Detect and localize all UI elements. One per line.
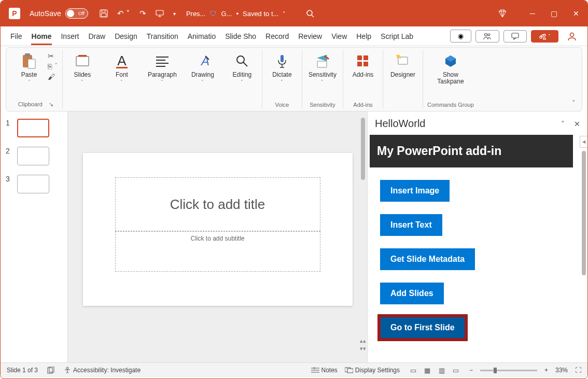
zoom-percentage[interactable]: 33% bbox=[555, 367, 568, 374]
search-icon[interactable] bbox=[306, 9, 314, 18]
group-voice: Dictate ˅ Voice bbox=[262, 50, 302, 109]
autosave[interactable]: AutoSave Off bbox=[30, 8, 88, 19]
accessibility-status[interactable]: Accessibility: Investigate bbox=[64, 367, 141, 374]
tab-transitions[interactable]: Transition bbox=[142, 28, 183, 45]
designer-button[interactable]: Designer bbox=[387, 51, 418, 79]
addin-scrollbar[interactable] bbox=[580, 135, 587, 362]
zoom-in-icon[interactable]: + bbox=[544, 367, 548, 374]
minimize-button[interactable]: ─ bbox=[530, 9, 535, 18]
prev-slide-icon[interactable]: ▴▴ bbox=[360, 338, 366, 344]
editing-button[interactable]: Editing ˅ bbox=[227, 51, 258, 86]
add-slides-button[interactable]: Add Slides bbox=[380, 283, 444, 304]
slides-button[interactable]: Slides ˅ bbox=[67, 51, 98, 86]
main-area: 1 2 3 Click to add title Click to add su… bbox=[1, 111, 587, 362]
dictate-button[interactable]: Dictate ˅ bbox=[267, 51, 298, 86]
paragraph-button[interactable]: Paragraph ˅ bbox=[146, 51, 179, 86]
zoom-out-icon[interactable]: − bbox=[469, 367, 473, 374]
ribbon-tabs: File Home Insert Draw Design Transition … bbox=[1, 26, 587, 46]
tab-help[interactable]: Help bbox=[352, 28, 376, 45]
taskpane-dropdown[interactable]: ˅ bbox=[561, 120, 565, 128]
ribbon: Paste ˅ ✂ ⎘ ˅ 🖌 Clipboard ↘ Slides ˅ A F… bbox=[6, 47, 582, 111]
sensitivity-button[interactable]: Sensitivity ˅ bbox=[306, 51, 339, 86]
go-to-first-slide-button[interactable]: Go to First Slide bbox=[380, 317, 465, 339]
tab-home[interactable]: Home bbox=[27, 28, 57, 45]
svg-rect-1 bbox=[102, 10, 105, 12]
tab-scriptlab[interactable]: Script Lab bbox=[376, 28, 418, 45]
svg-point-8 bbox=[485, 33, 487, 36]
cut-icon[interactable]: ✂ bbox=[48, 52, 58, 60]
present-icon[interactable] bbox=[156, 9, 164, 18]
qat-more[interactable]: ▾ bbox=[173, 11, 176, 17]
canvas-scrollbar[interactable] bbox=[359, 116, 367, 331]
tab-file[interactable]: File bbox=[6, 28, 27, 45]
autosave-toggle[interactable]: Off bbox=[65, 8, 88, 19]
tab-draw[interactable]: Draw bbox=[83, 28, 110, 45]
svg-rect-18 bbox=[116, 67, 128, 68]
language-icon[interactable] bbox=[47, 367, 54, 374]
tab-view[interactable]: View bbox=[327, 28, 352, 45]
filename-area: Pres... 🛡 G... • Saved to t... ˅ bbox=[186, 9, 285, 18]
ribbon-collapse[interactable]: ˅ bbox=[572, 99, 576, 107]
sorter-view-icon[interactable]: ▦ bbox=[424, 367, 430, 374]
account-icon[interactable] bbox=[567, 31, 577, 41]
shield-icon[interactable]: 🛡 bbox=[209, 9, 217, 18]
tab-slideshow[interactable]: Slide Sho bbox=[220, 28, 261, 45]
share-button[interactable]: ˅ bbox=[531, 30, 558, 43]
thumb-1[interactable]: 1 bbox=[6, 119, 62, 137]
taskpane-close[interactable]: ✕ bbox=[574, 120, 580, 128]
comments-button[interactable] bbox=[503, 30, 527, 43]
record-button[interactable]: ◉ bbox=[450, 30, 471, 43]
current-slide[interactable]: Click to add title Click to add subtitle bbox=[83, 153, 353, 306]
display-settings-button[interactable]: Display Settings bbox=[345, 367, 400, 374]
copy-icon[interactable]: ⎘ ˅ bbox=[48, 62, 58, 71]
subtitle-placeholder[interactable]: Click to add subtitle bbox=[115, 231, 320, 272]
thumb-2[interactable]: 2 bbox=[6, 147, 62, 165]
get-metadata-button[interactable]: Get Slide Metadata bbox=[380, 248, 475, 270]
slide-thumb[interactable] bbox=[17, 147, 49, 165]
thumb-3[interactable]: 3 bbox=[6, 175, 62, 193]
saved-status[interactable]: Saved to t... bbox=[243, 10, 278, 18]
svg-rect-3 bbox=[156, 10, 163, 15]
undo-icon[interactable]: ↶ ˅ bbox=[117, 9, 130, 18]
slide-nav: ▴▴ ▾▾ bbox=[360, 338, 366, 352]
slide-thumb[interactable] bbox=[17, 175, 49, 193]
diamond-icon[interactable] bbox=[498, 9, 507, 18]
tab-review[interactable]: Review bbox=[293, 28, 327, 45]
addins-button[interactable]: Add-ins bbox=[347, 51, 379, 79]
show-taskpane-button[interactable]: Show Taskpane bbox=[435, 51, 466, 86]
group-clipboard: Paste ˅ ✂ ⎘ ˅ 🖌 Clipboard ↘ bbox=[9, 50, 63, 109]
taskpane-title: HelloWorld bbox=[375, 118, 561, 130]
group-drawing: A Drawing ˅ bbox=[183, 50, 222, 109]
svg-rect-2 bbox=[101, 13, 106, 17]
saved-dropdown[interactable]: ˅ bbox=[283, 11, 285, 17]
paste-button[interactable]: Paste ˅ bbox=[13, 51, 45, 86]
font-button[interactable]: A Font ˅ bbox=[106, 51, 137, 86]
tab-design[interactable]: Design bbox=[110, 28, 142, 45]
maximize-button[interactable]: ▢ bbox=[551, 9, 557, 18]
format-painter-icon[interactable]: 🖌 bbox=[48, 73, 58, 81]
title-placeholder[interactable]: Click to add title bbox=[115, 177, 320, 231]
normal-view-icon[interactable]: ▭ bbox=[410, 367, 416, 374]
slideshow-view-icon[interactable]: ▭ bbox=[453, 367, 459, 374]
filename[interactable]: Pres... bbox=[186, 10, 206, 18]
teams-button[interactable] bbox=[475, 30, 499, 43]
insert-image-button[interactable]: Insert Image bbox=[380, 180, 450, 202]
tab-insert[interactable]: Insert bbox=[56, 28, 83, 45]
svg-rect-28 bbox=[357, 55, 362, 60]
redo-icon[interactable]: ↷ bbox=[139, 9, 146, 18]
zoom-slider[interactable] bbox=[480, 370, 537, 371]
notes-button[interactable]: Notes bbox=[311, 367, 338, 374]
slide-thumb[interactable] bbox=[17, 119, 49, 137]
insert-text-button[interactable]: Insert Text bbox=[380, 214, 442, 236]
tab-animations[interactable]: Animatio bbox=[183, 28, 220, 45]
save-icon[interactable] bbox=[100, 9, 108, 18]
svg-point-6 bbox=[307, 10, 312, 16]
tab-record[interactable]: Record bbox=[261, 28, 293, 45]
svg-point-35 bbox=[66, 367, 68, 369]
drawing-button[interactable]: A Drawing ˅ bbox=[187, 51, 218, 86]
close-button[interactable]: ✕ bbox=[573, 9, 579, 18]
slide-counter[interactable]: Slide 1 of 3 bbox=[7, 367, 38, 374]
next-slide-icon[interactable]: ▾▾ bbox=[360, 345, 366, 352]
reading-view-icon[interactable]: ▥ bbox=[439, 367, 445, 374]
fit-to-window-icon[interactable]: ⛶ bbox=[575, 367, 581, 374]
